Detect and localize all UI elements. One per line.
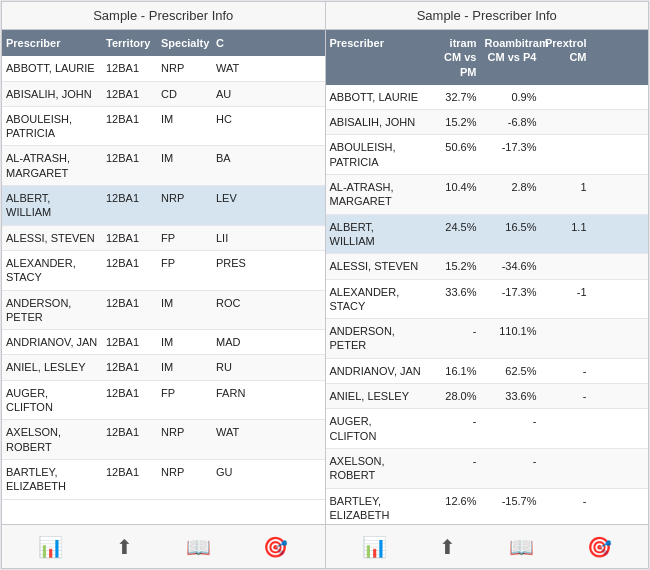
table-row[interactable]: ANIEL, LESLEY 28.0% 33.6% - [326, 384, 649, 409]
cell-territory: 12BA1 [102, 186, 157, 225]
right-book-icon[interactable]: 📖 [509, 535, 534, 559]
left-book-icon[interactable]: 📖 [186, 535, 211, 559]
cell-itram: - [426, 449, 481, 488]
table-row[interactable]: BARTLEY, ELIZABETH 12BA1 NRP GU [2, 460, 325, 500]
table-row[interactable]: ABBOTT, LAURIE 32.7% 0.9% [326, 85, 649, 110]
cell-roambitram: 62.5% [481, 359, 541, 383]
left-share-icon[interactable]: ⬆ [116, 535, 133, 559]
left-table-body: ABBOTT, LAURIE 12BA1 NRP WAT ABISALIH, J… [2, 56, 325, 524]
cell-prextrol: 1 [541, 175, 591, 214]
right-header-prescriber: Prescriber [326, 30, 426, 85]
cell-prescriber: AXELSON, ROBERT [326, 449, 426, 488]
cell-itram: 50.6% [426, 135, 481, 174]
cell-territory: 12BA1 [102, 291, 157, 330]
cell-extra: FARN [212, 381, 252, 420]
table-row[interactable]: ALEXANDER, STACY 33.6% -17.3% -1 [326, 280, 649, 320]
right-panel: Sample - Prescriber Info Prescriber itra… [326, 2, 649, 568]
cell-territory: 12BA1 [102, 226, 157, 250]
table-row[interactable]: ABOULEISH, PATRICIA 12BA1 IM HC [2, 107, 325, 147]
cell-prescriber: ABBOTT, LAURIE [326, 85, 426, 109]
table-row[interactable]: ABOULEISH, PATRICIA 50.6% -17.3% [326, 135, 649, 175]
cell-itram: 10.4% [426, 175, 481, 214]
table-row[interactable]: BARTLEY, ELIZABETH 12.6% -15.7% - [326, 489, 649, 524]
cell-prescriber: ALBERT, WILLIAM [326, 215, 426, 254]
cell-itram: - [426, 409, 481, 448]
cell-territory: 12BA1 [102, 381, 157, 420]
table-row[interactable]: AL-ATRASH, MARGARET 12BA1 IM BA [2, 146, 325, 186]
right-chart-icon[interactable]: 📊 [362, 535, 387, 559]
table-row[interactable]: ANDRIANOV, JAN 16.1% 62.5% - [326, 359, 649, 384]
cell-territory: 12BA1 [102, 56, 157, 80]
left-header-specialty: Specialty [157, 30, 212, 56]
cell-territory: 12BA1 [102, 82, 157, 106]
cell-specialty: CD [157, 82, 212, 106]
right-header-roambitram: Roambitram CM vs P4 [481, 30, 541, 85]
cell-territory: 12BA1 [102, 251, 157, 290]
cell-prescriber: ALEXANDER, STACY [326, 280, 426, 319]
table-row[interactable]: ANDERSON, PETER 12BA1 IM ROC [2, 291, 325, 331]
cell-prescriber: ALESSI, STEVEN [326, 254, 426, 278]
cell-prextrol: - [541, 384, 591, 408]
table-row[interactable]: AL-ATRASH, MARGARET 10.4% 2.8% 1 [326, 175, 649, 215]
cell-prescriber: ALEXANDER, STACY [2, 251, 102, 290]
table-row[interactable]: ALBERT, WILLIAM 12BA1 NRP LEV [2, 186, 325, 226]
cell-roambitram: -34.6% [481, 254, 541, 278]
cell-prescriber: ANDERSON, PETER [326, 319, 426, 358]
table-row[interactable]: AXELSON, ROBERT - - [326, 449, 649, 489]
cell-prescriber: ABISALIH, JOHN [2, 82, 102, 106]
table-row[interactable]: ALBERT, WILLIAM 24.5% 16.5% 1.1 [326, 215, 649, 255]
cell-extra: HC [212, 107, 252, 146]
table-row[interactable]: ANDERSON, PETER - 110.1% [326, 319, 649, 359]
table-row[interactable]: ABISALIH, JOHN 15.2% -6.8% [326, 110, 649, 135]
table-row[interactable]: ANIEL, LESLEY 12BA1 IM RU [2, 355, 325, 380]
cell-prescriber: ALESSI, STEVEN [2, 226, 102, 250]
left-toolbar: 📊 ⬆ 📖 🎯 [2, 524, 325, 568]
cell-specialty: NRP [157, 56, 212, 80]
table-row[interactable]: ANDRIANOV, JAN 12BA1 IM MAD [2, 330, 325, 355]
cell-roambitram: 0.9% [481, 85, 541, 109]
cell-specialty: IM [157, 291, 212, 330]
cell-itram: 33.6% [426, 280, 481, 319]
left-chart-icon[interactable]: 📊 [38, 535, 63, 559]
cell-extra: WAT [212, 420, 252, 459]
cell-extra: MAD [212, 330, 252, 354]
right-share-icon[interactable]: ⬆ [439, 535, 456, 559]
cell-territory: 12BA1 [102, 107, 157, 146]
table-row[interactable]: AUGER, CLIFTON 12BA1 FP FARN [2, 381, 325, 421]
table-row[interactable]: AXELSON, ROBERT 12BA1 NRP WAT [2, 420, 325, 460]
cell-specialty: IM [157, 355, 212, 379]
table-row[interactable]: AUGER, CLIFTON - - [326, 409, 649, 449]
table-row[interactable]: ALESSI, STEVEN 15.2% -34.6% [326, 254, 649, 279]
table-row[interactable]: ALESSI, STEVEN 12BA1 FP LII [2, 226, 325, 251]
right-header-itram: itram CM vs PM [426, 30, 481, 85]
cell-specialty: IM [157, 330, 212, 354]
cell-prescriber: AXELSON, ROBERT [2, 420, 102, 459]
cell-prescriber: ANDRIANOV, JAN [326, 359, 426, 383]
cell-prextrol [541, 254, 591, 278]
cell-prextrol [541, 135, 591, 174]
table-row[interactable]: ABBOTT, LAURIE 12BA1 NRP WAT [2, 56, 325, 81]
cell-extra: BA [212, 146, 252, 185]
table-row[interactable]: ABISALIH, JOHN 12BA1 CD AU [2, 82, 325, 107]
cell-roambitram: 16.5% [481, 215, 541, 254]
left-panel: Sample - Prescriber Info Prescriber Terr… [2, 2, 326, 568]
cell-prescriber: AL-ATRASH, MARGARET [326, 175, 426, 214]
cell-roambitram: 110.1% [481, 319, 541, 358]
right-target-icon[interactable]: 🎯 [587, 535, 612, 559]
left-header-territory: Territory [102, 30, 157, 56]
cell-specialty: FP [157, 226, 212, 250]
left-header-extra: C [212, 30, 252, 56]
cell-prextrol: 1.1 [541, 215, 591, 254]
cell-itram: 16.1% [426, 359, 481, 383]
cell-territory: 12BA1 [102, 146, 157, 185]
cell-itram: 12.6% [426, 489, 481, 524]
cell-roambitram: -15.7% [481, 489, 541, 524]
cell-prextrol: - [541, 489, 591, 524]
left-target-icon[interactable]: 🎯 [263, 535, 288, 559]
cell-prescriber: ANIEL, LESLEY [2, 355, 102, 379]
table-row[interactable]: ALEXANDER, STACY 12BA1 FP PRES [2, 251, 325, 291]
main-container: Sample - Prescriber Info Prescriber Terr… [1, 1, 649, 569]
cell-itram: 24.5% [426, 215, 481, 254]
right-header-prextrol: Prextrol CM [541, 30, 591, 85]
cell-roambitram: -17.3% [481, 280, 541, 319]
